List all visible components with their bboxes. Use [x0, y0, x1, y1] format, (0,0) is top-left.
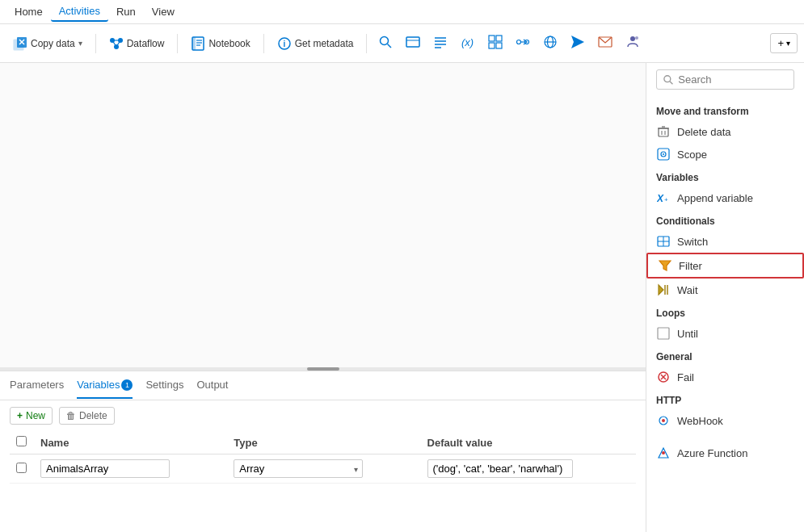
svg-rect-27	[496, 36, 502, 41]
svg-point-39	[635, 36, 638, 40]
panel-item-append-variable[interactable]: X+ Append variable	[646, 186, 804, 209]
col-name: Name	[34, 431, 227, 455]
type-select-wrapper: Array ▾	[234, 459, 363, 478]
get-metadata-button[interactable]: i Get metadata	[271, 33, 360, 54]
menu-home[interactable]: Home	[6, 2, 51, 21]
toolbar-sep-2	[177, 34, 178, 53]
azure-function-icon	[656, 446, 671, 460]
menu-view[interactable]: View	[144, 2, 183, 21]
webhook-icon	[656, 413, 671, 428]
dataflow-icon	[109, 36, 124, 51]
more-button[interactable]: + ▾	[770, 33, 798, 53]
dataflow-label: Dataflow	[127, 38, 165, 49]
bottom-panel: Parameters Variables1 Settings Output + …	[0, 371, 646, 532]
mail-button[interactable]	[593, 31, 617, 55]
right-panel: Move and transform Delete data Scope Var…	[646, 63, 804, 532]
name-input[interactable]	[40, 459, 170, 478]
search-icon	[663, 74, 673, 86]
tab-output[interactable]: Output	[196, 372, 228, 399]
list-button[interactable]	[428, 31, 453, 55]
transform-icon	[516, 35, 530, 52]
right-panel-header	[646, 63, 804, 96]
section-title-conditionals: Conditionals	[646, 209, 804, 230]
menu-run[interactable]: Run	[108, 2, 144, 21]
panel-item-scope[interactable]: Scope	[646, 143, 804, 165]
panel-item-wait[interactable]: Wait	[646, 279, 804, 301]
teams-icon	[625, 35, 640, 52]
get-metadata-icon: i	[277, 36, 292, 51]
toolbar-sep-1	[95, 34, 96, 53]
design-canvas[interactable]	[0, 63, 646, 367]
expression-button[interactable]: (x)	[456, 31, 480, 55]
copy-data-icon	[13, 36, 27, 51]
right-panel-content: Move and transform Delete data Scope Var…	[646, 96, 804, 532]
search-box[interactable]	[656, 69, 794, 90]
delete-trash-icon: 🗑	[66, 410, 76, 421]
switch-label: Switch	[677, 236, 708, 248]
globe-button[interactable]	[538, 31, 562, 55]
svg-point-49	[663, 153, 664, 155]
svg-text:(x): (x)	[461, 36, 474, 48]
panel-item-until[interactable]: Until	[646, 322, 804, 345]
col-type: Type	[227, 431, 420, 455]
delete-variable-button[interactable]: 🗑 Delete	[59, 407, 115, 425]
select-all-checkbox[interactable]	[16, 436, 27, 446]
delete-data-icon	[656, 124, 671, 139]
delete-data-label: Delete data	[677, 126, 731, 138]
panel-item-filter[interactable]: Filter	[646, 253, 804, 279]
get-metadata-label: Get metadata	[295, 38, 354, 49]
svg-rect-42	[659, 128, 668, 136]
tab-variables[interactable]: Variables1	[77, 372, 133, 400]
svg-rect-19	[406, 37, 419, 47]
section-title-loops: Loops	[646, 301, 804, 322]
variables-toolbar: + New 🗑 Delete	[10, 407, 636, 425]
variables-badge: 1	[121, 379, 133, 391]
notebook-button[interactable]: Notebook	[184, 33, 256, 54]
tab-settings[interactable]: Settings	[145, 372, 183, 399]
expression-icon: (x)	[461, 35, 475, 52]
more-dropdown-icon: ▾	[786, 39, 790, 48]
delete-label: Delete	[79, 410, 107, 421]
filter-label: Filter	[679, 260, 702, 272]
copy-data-dropdown-icon: ▾	[78, 39, 82, 48]
default-value-input[interactable]	[427, 459, 573, 478]
copy-data-label: Copy data	[31, 38, 75, 49]
svg-text:+: +	[664, 196, 668, 203]
svg-point-17	[381, 37, 389, 45]
list-icon	[433, 35, 448, 52]
mail-icon	[598, 35, 612, 52]
svg-line-18	[388, 44, 392, 48]
bottom-tabs: Parameters Variables1 Settings Output	[0, 371, 646, 400]
schema-button[interactable]	[483, 31, 507, 55]
svg-line-41	[670, 81, 673, 84]
main-layout: Parameters Variables1 Settings Output + …	[0, 63, 804, 532]
panel-item-fail[interactable]: Fail	[646, 366, 804, 388]
row-checkbox[interactable]	[16, 463, 27, 473]
append-variable-icon: X+	[656, 191, 671, 205]
tab-parameters[interactable]: Parameters	[10, 372, 64, 399]
section-title-variables: Variables	[646, 165, 804, 186]
menu-activities[interactable]: Activities	[51, 2, 108, 22]
type-select[interactable]: Array	[234, 459, 363, 478]
dataflow-button[interactable]: Dataflow	[103, 33, 171, 54]
pipeline-icon	[406, 35, 420, 52]
new-variable-button[interactable]: + New	[10, 407, 53, 425]
pipeline-button[interactable]	[401, 31, 425, 55]
transform-button[interactable]	[511, 31, 535, 55]
panel-item-switch[interactable]: Switch	[646, 230, 804, 253]
panel-item-delete-data[interactable]: Delete data	[646, 120, 804, 143]
fail-icon	[656, 370, 671, 384]
panel-item-webhook[interactable]: WebHook	[646, 409, 804, 432]
search-input[interactable]	[678, 73, 787, 86]
copy-data-button[interactable]: Copy data ▾	[6, 33, 89, 54]
new-label: New	[26, 410, 45, 421]
new-plus-icon: +	[17, 410, 23, 421]
svg-point-30	[517, 40, 521, 44]
send-icon	[570, 35, 585, 52]
teams-button[interactable]	[621, 31, 645, 55]
schema-icon	[488, 35, 503, 52]
append-variable-label: Append variable	[677, 192, 753, 204]
panel-item-azure-function[interactable]: Azure Function	[646, 442, 804, 464]
search-toolbar-button[interactable]	[373, 31, 398, 55]
send-button[interactable]	[566, 31, 590, 55]
